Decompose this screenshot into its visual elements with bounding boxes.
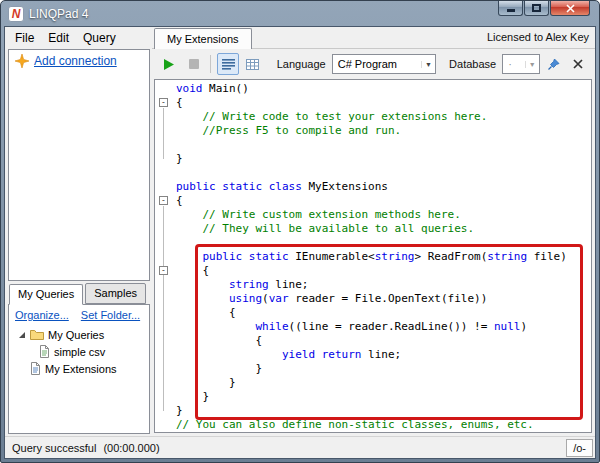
code-line: { [176,264,589,278]
minimize-button[interactable] [498,1,523,16]
language-select[interactable]: C# Program ▼ [332,54,436,74]
tab-my-queries[interactable]: My Queries [9,284,83,305]
code-line [176,138,589,152]
add-connection[interactable]: Add connection [9,50,149,72]
client-area: File Edit Query Add connection My Querie… [4,26,596,459]
stop-button[interactable] [183,53,205,75]
queries-box: Organize... Set Folder... My Queries [8,304,150,434]
code-line: // Write custom extension methods here. [176,208,589,222]
code-line: { [176,96,589,110]
query-file-icon [39,345,50,358]
status-message: Query successful [12,442,96,454]
code-line: } [176,362,589,376]
data-grid-results-button[interactable] [242,53,264,75]
stop-icon [189,59,199,69]
tree-item-label: My Extensions [45,363,117,375]
tree-item-my-extensions[interactable]: My Extensions [11,360,147,377]
database-value: · [503,58,524,70]
code-line: void Main() [176,82,589,96]
code-line [176,236,589,250]
add-connection-link[interactable]: Add connection [34,54,117,68]
window-title: LINQPad 4 [29,7,88,21]
tab-samples[interactable]: Samples [85,283,146,304]
add-connection-icon [15,54,29,68]
right-panel: My Extensions Licensed to Alex Key [152,27,595,436]
pin-button[interactable] [543,53,565,75]
fold-toggle-icon[interactable]: - [159,266,168,275]
maximize-icon [532,4,541,12]
code-line: } [176,404,589,418]
text-lines-icon [222,59,235,70]
run-icon [162,58,175,71]
extensions-file-icon [30,362,41,375]
close-query-icon [573,59,583,69]
database-select[interactable]: · ▼ [502,54,539,74]
code-editor[interactable]: --- void Main(){ // Write code to test y… [154,79,592,433]
menu-bar: File Edit Query [5,27,152,49]
rich-text-results-button[interactable] [217,53,239,75]
queries-tree: My Queries simple csv [9,325,149,378]
code-line: yield return line; [176,348,589,362]
set-folder-link[interactable]: Set Folder... [81,309,140,321]
query-tabstrip: My Extensions Licensed to Alex Key [152,27,595,49]
tree-item-label: simple csv [54,346,105,358]
run-button[interactable] [158,53,180,75]
close-icon [566,4,575,13]
maximize-button[interactable] [524,1,549,16]
code-line: { [176,194,589,208]
close-query-button[interactable] [567,53,589,75]
language-value: C# Program [333,58,421,70]
toolbar-separator [210,55,211,73]
minimize-icon [507,9,515,12]
code-line: } [176,152,589,166]
tree-item-my-queries[interactable]: My Queries [11,326,147,343]
main-area: File Edit Query Add connection My Querie… [5,27,595,436]
code-line: // You can also define non-static classe… [176,418,589,432]
tree-item-label: My Queries [48,329,104,341]
chevron-down-icon: ▼ [525,61,539,68]
status-bar: Query successful (00:00.000) /o- [5,436,595,458]
grid-icon [246,59,259,70]
code-line: { [176,334,589,348]
left-panel: File Edit Query Add connection My Querie… [5,27,152,436]
folder-icon [30,329,44,341]
connections-panel: Add connection [8,49,150,281]
code-line: // They will be available to all queries… [176,222,589,236]
fold-line [163,276,164,397]
fold-toggle-icon[interactable]: - [159,196,168,205]
queries-section: My Queries Samples Organize... Set Folde… [8,284,150,434]
tree-item-simple-csv[interactable]: simple csv [11,343,147,360]
code-line: public static class MyExtensions [176,180,589,194]
code-line: public static IEnumerable<string> ReadFr… [176,250,589,264]
code-line: while((line = reader.ReadLine()) != null… [176,320,589,334]
close-button[interactable] [550,1,590,16]
chevron-down-icon: ▼ [421,61,435,68]
linqpad-logo-icon: N [8,6,24,22]
menu-edit[interactable]: Edit [41,28,76,48]
queries-tabs: My Queries Samples [8,284,150,304]
code-line: } [176,390,589,404]
code-lines[interactable]: void Main(){ // Write code to test your … [172,80,591,432]
menu-file[interactable]: File [8,28,41,48]
pin-icon [547,58,560,71]
fold-toggle-icon[interactable]: - [159,98,168,107]
code-line: } [176,376,589,390]
code-line: { [176,306,589,320]
titlebar[interactable]: N LINQPad 4 [4,1,596,26]
window-controls [497,1,590,16]
code-line: //Press F5 to compile and run. [176,124,589,138]
language-label: Language [277,58,326,70]
fold-line [163,108,164,159]
code-line: // Write code to test your extensions he… [176,110,589,124]
code-line [176,166,589,180]
queries-links: Organize... Set Folder... [9,306,149,325]
database-label: Database [449,58,496,70]
menu-query[interactable]: Query [76,28,123,48]
expander-icon[interactable] [17,330,26,339]
tab-my-extensions-query[interactable]: My Extensions [154,28,252,49]
fold-gutter: --- [155,80,172,432]
organize-link[interactable]: Organize... [15,309,69,321]
query-toolbar: Language C# Program ▼ Database · ▼ [152,49,595,79]
status-time: (00:00.000) [103,442,159,454]
results-format-button[interactable]: /o- [566,439,593,457]
